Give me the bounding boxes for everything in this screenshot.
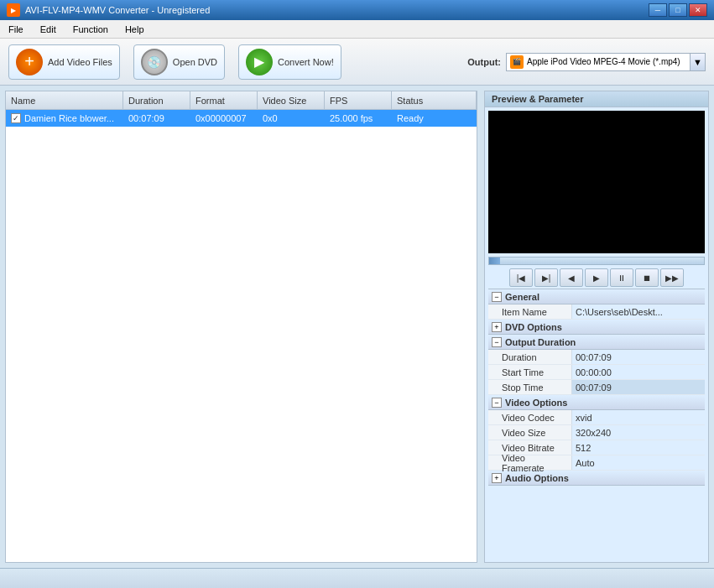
section-expand-general: − <box>492 292 502 302</box>
prop-value-videosize: 320x240 <box>572 425 705 440</box>
output-format-display[interactable]: 🎬 Apple iPod Video MPEG-4 Movie (*.mp4) <box>506 53 691 71</box>
seek-bar[interactable] <box>488 257 705 265</box>
playback-next-button[interactable]: ▶| <box>534 268 558 287</box>
prop-row-itemname: Item Name C:\Users\seb\Deskt... <box>488 304 705 320</box>
col-header-duration[interactable]: Duration <box>123 91 190 109</box>
app-icon: ▶ <box>7 3 20 17</box>
file-list-header: Name Duration Format Video Size FPS Stat… <box>6 91 477 110</box>
prop-row-starttime: Start Time 00:00:00 <box>488 365 705 380</box>
playback-prev-button[interactable]: |◀ <box>509 268 533 287</box>
add-video-label: Add Video Files <box>48 57 112 67</box>
file-cell-fps: 25.000 fps <box>325 112 392 125</box>
maximize-button[interactable]: □ <box>669 3 687 17</box>
section-title-video: Video Options <box>505 398 567 408</box>
convert-button[interactable]: ▶ Convert Now! <box>238 44 341 80</box>
section-expand-dvd: + <box>492 322 502 332</box>
section-header-dvd[interactable]: + DVD Options <box>488 320 705 335</box>
file-cell-format: 0x00000007 <box>190 112 258 125</box>
prop-key-videosize: Video Size <box>488 425 572 440</box>
col-header-name[interactable]: Name <box>6 91 123 109</box>
file-cell-duration: 00:07:09 <box>123 112 190 125</box>
section-title-audio: Audio Options <box>505 473 569 483</box>
prop-value-stoptime: 00:07:09 <box>572 380 705 394</box>
prop-value-videocodec: xvid <box>572 410 705 424</box>
convert-icon: ▶ <box>246 49 273 75</box>
file-checkbox[interactable]: ✓ <box>11 113 21 123</box>
prop-key-itemname: Item Name <box>488 304 572 319</box>
prop-value-videobitrate: 512 <box>572 440 705 455</box>
menu-function[interactable]: Function <box>68 23 113 36</box>
section-header-general[interactable]: − General <box>488 289 705 304</box>
section-title-duration: Output Duration <box>505 337 576 347</box>
playback-pause-button[interactable]: ⏸ <box>610 268 633 287</box>
menu-file[interactable]: File <box>3 23 29 36</box>
add-video-button[interactable]: + Add Video Files <box>8 44 120 80</box>
playback-play-button[interactable]: ▶ <box>585 268 608 287</box>
prop-row-duration: Duration 00:07:09 <box>488 350 705 365</box>
prop-key-videoframerate: Video Framerate <box>488 455 572 470</box>
open-dvd-button[interactable]: 💿 Open DVD <box>133 44 225 80</box>
col-header-fps[interactable]: FPS <box>325 91 392 109</box>
seek-progress <box>489 258 500 264</box>
menu-bar: File Edit Function Help <box>0 20 714 39</box>
title-bar: ▶ AVI-FLV-MP4-WMV Converter - Unregister… <box>0 0 714 20</box>
file-cell-videosize: 0x0 <box>258 112 325 125</box>
convert-label: Convert Now! <box>278 57 334 67</box>
prop-value-videoframerate: Auto <box>572 455 705 470</box>
video-preview <box>488 111 705 253</box>
title-bar-controls: ─ □ ✕ <box>649 3 707 17</box>
prop-row-videoframerate: Video Framerate Auto <box>488 455 705 471</box>
prop-row-stoptime[interactable]: Stop Time 00:07:09 <box>488 380 705 395</box>
prop-value-duration: 00:07:09 <box>572 350 705 364</box>
properties-panel: − General Item Name C:\Users\seb\Deskt..… <box>488 289 705 562</box>
file-cell-status: Ready <box>392 112 477 125</box>
col-header-videosize[interactable]: Video Size <box>258 91 325 109</box>
file-list-body: ✓ Damien Rice blower... 00:07:09 0x00000… <box>6 110 477 562</box>
preview-panel: Preview & Parameter |◀ ▶| ◀ ▶ ⏸ ⏹ ▶▶ − G… <box>484 91 709 563</box>
prop-value-starttime: 00:00:00 <box>572 365 705 379</box>
add-video-icon: + <box>16 49 43 75</box>
prop-key-stoptime: Stop Time <box>488 380 572 394</box>
prop-key-duration: Duration <box>488 350 572 364</box>
output-format-icon: 🎬 <box>510 55 524 69</box>
prop-row-videosize: Video Size 320x240 <box>488 425 705 440</box>
toolbar: + Add Video Files 💿 Open DVD ▶ Convert N… <box>0 39 714 86</box>
playback-rewind-button[interactable]: ◀ <box>560 268 583 287</box>
window-title: AVI-FLV-MP4-WMV Converter - Unregistered <box>25 5 210 15</box>
section-expand-audio: + <box>492 473 502 483</box>
status-bar <box>0 568 714 588</box>
section-expand-duration: − <box>492 337 502 347</box>
output-label: Output: <box>467 57 501 67</box>
prop-key-videocodec: Video Codec <box>488 410 572 424</box>
table-row[interactable]: ✓ Damien Rice blower... 00:07:09 0x00000… <box>6 110 477 127</box>
col-header-format[interactable]: Format <box>190 91 258 109</box>
menu-edit[interactable]: Edit <box>35 23 61 36</box>
playback-stop-button[interactable]: ⏹ <box>635 268 659 287</box>
file-list-area: Name Duration Format Video Size FPS Stat… <box>5 91 477 563</box>
open-dvd-label: Open DVD <box>173 57 217 67</box>
preview-title: Preview & Parameter <box>485 91 708 107</box>
section-header-duration[interactable]: − Output Duration <box>488 335 705 350</box>
section-header-video[interactable]: − Video Options <box>488 395 705 410</box>
prop-row-videocodec: Video Codec xvid <box>488 410 705 425</box>
output-format-text: Apple iPod Video MPEG-4 Movie (*.mp4) <box>527 57 680 66</box>
playback-ff-button[interactable]: ▶▶ <box>660 268 684 287</box>
section-header-audio[interactable]: + Audio Options <box>488 471 705 486</box>
dvd-icon: 💿 <box>141 49 168 75</box>
menu-help[interactable]: Help <box>120 23 149 36</box>
output-format-selector[interactable]: 🎬 Apple iPod Video MPEG-4 Movie (*.mp4) … <box>506 53 706 71</box>
close-button[interactable]: ✕ <box>689 3 707 17</box>
prop-value-itemname: C:\Users\seb\Deskt... <box>572 304 705 319</box>
section-title-dvd: DVD Options <box>505 322 562 332</box>
file-cell-name: ✓ Damien Rice blower... <box>6 112 123 125</box>
minimize-button[interactable]: ─ <box>649 3 667 17</box>
output-area: Output: 🎬 Apple iPod Video MPEG-4 Movie … <box>467 53 706 71</box>
col-header-status[interactable]: Status <box>392 91 477 109</box>
prop-key-starttime: Start Time <box>488 365 572 379</box>
main-content: Name Duration Format Video Size FPS Stat… <box>0 86 714 568</box>
playback-controls: |◀ ▶| ◀ ▶ ⏸ ⏹ ▶▶ <box>485 267 708 289</box>
section-title-general: General <box>505 292 539 302</box>
output-dropdown-button[interactable]: ▼ <box>691 53 706 71</box>
section-expand-video: − <box>492 398 502 408</box>
